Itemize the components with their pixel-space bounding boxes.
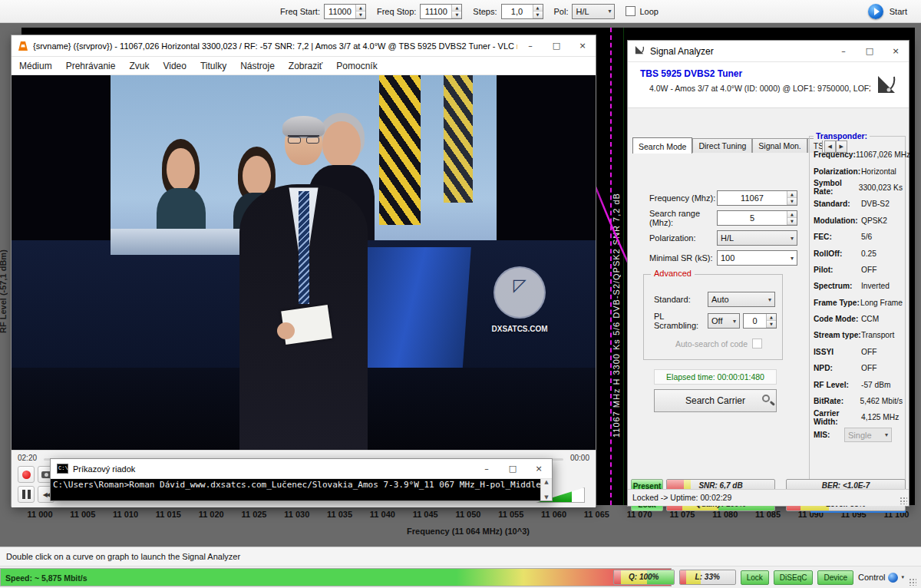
vlc-maximize-button[interactable]: □ <box>543 35 569 56</box>
steps-input[interactable]: 1,0 ▲▼ <box>501 4 543 19</box>
x-tick: 11 025 <box>236 510 272 519</box>
sa-pol-select[interactable]: H/L▾ <box>717 230 797 246</box>
x-tick: 11 015 <box>150 510 187 519</box>
tab-signal-mon[interactable]: Signal Mon. <box>752 138 807 153</box>
freq-stop-input[interactable]: 11100 ▲▼ <box>420 4 462 19</box>
transponder-row: FEC:5/6 <box>814 229 903 245</box>
vlc-pause-button[interactable] <box>18 486 35 503</box>
cmd-scrollbar[interactable]: ▲▼ <box>540 479 552 500</box>
vlc-icon <box>18 41 28 51</box>
presenter-glasses <box>288 135 319 144</box>
striped-panel <box>379 75 420 225</box>
transponder-title: Transponder: <box>814 131 870 140</box>
l-bar: L: 33% <box>679 570 736 585</box>
sa-pl-code-input[interactable]: 0 ▲▼ <box>743 313 777 329</box>
lock-button[interactable]: Lock <box>741 570 769 585</box>
satellite-dish-icon <box>634 45 645 58</box>
cmd-window: C:\ Príkazový riadok – □ × C:\Users\Roma… <box>50 458 553 501</box>
sa-frequency-input[interactable]: 11067 ▲▼ <box>717 190 797 206</box>
vlc-title: {srvname} ({srvprov}) - 11067,026 Horizo… <box>33 41 517 51</box>
start-button[interactable]: Start <box>890 7 907 16</box>
freq-stop-spinner[interactable]: ▲▼ <box>451 5 461 18</box>
tab-direct-tuning[interactable]: Direct Tuning <box>692 138 752 153</box>
x-tick: 11 005 <box>64 510 101 519</box>
sa-maximize-button[interactable]: □ <box>857 41 883 61</box>
vlc-menu-item-2[interactable]: Zvuk <box>129 61 149 71</box>
transponder-row: Modulation:QPSK2 <box>814 213 903 229</box>
steps-spinner[interactable]: ▲▼ <box>533 5 543 18</box>
vlc-menu-item-1[interactable]: Prehrávanie <box>66 61 116 71</box>
vlc-menu-item-0[interactable]: Médium <box>19 61 52 71</box>
x-axis-ticks: 11 00011 00511 01011 01511 02011 02511 0… <box>21 510 915 519</box>
vlc-menu-item-7[interactable]: Pomocník <box>336 61 377 71</box>
loop-checkbox[interactable] <box>626 6 635 16</box>
vlc-menubar: MédiumPrehrávanieZvukVideoTitulkyNástroj… <box>12 57 596 75</box>
x-axis-label: Frequency (11 064 MHz) (10^3) <box>21 527 915 536</box>
cmd-maximize-button[interactable]: □ <box>500 459 526 478</box>
vlc-menu-item-6[interactable]: Zobraziť <box>289 61 323 71</box>
cmd-icon: C:\ <box>57 464 68 474</box>
magnifier-icon <box>762 395 770 402</box>
cmd-titlebar[interactable]: C:\ Príkazový riadok – □ × <box>51 459 552 479</box>
app-resize-grip[interactable] <box>909 578 916 586</box>
mis-select[interactable]: Single▾ <box>844 428 892 442</box>
pol-select[interactable]: H/L▾ <box>572 4 615 19</box>
x-tick: 11 020 <box>193 510 229 519</box>
autosearch-label: Auto-search of code <box>675 339 748 349</box>
cmd-prompt-line[interactable]: C:\Users\Roman>Roman Dávid_www.dxsatcs.c… <box>51 479 540 500</box>
vlc-minimize-button[interactable]: – <box>517 35 543 56</box>
signal-analyzer-window: Signal Analyzer – □ × TBS 5925 DVBS2 Tun… <box>627 40 909 507</box>
sa-range-input[interactable]: 5 ▲▼ <box>717 210 797 226</box>
elapsed-time: Elapsed time: 00:00:01:480 <box>654 369 777 385</box>
sa-pl-select[interactable]: Off▾ <box>708 313 740 329</box>
vlc-menu-item-3[interactable]: Video <box>163 61 186 71</box>
tuner-dish-logo <box>873 71 900 101</box>
cmd-title: Príkazový riadok <box>73 464 474 474</box>
cmd-minimize-button[interactable]: – <box>474 459 500 478</box>
diseqc-button[interactable]: DiSEqC <box>774 570 814 585</box>
help-statusline: Double click on a curve on graph to laun… <box>0 547 921 567</box>
resize-grip[interactable] <box>900 497 907 504</box>
start-icon[interactable] <box>868 4 883 19</box>
x-tick: 11 045 <box>407 510 444 519</box>
sa-minsr-select[interactable]: 100▾ <box>717 250 797 266</box>
vlc-video-area[interactable]: ◸ DXSATCS.COM <box>12 75 596 450</box>
transponder-row: Pilot:OFF <box>814 262 903 278</box>
sa-titlebar[interactable]: Signal Analyzer – □ × <box>628 41 909 62</box>
autosearch-checkbox[interactable] <box>752 339 762 349</box>
bottom-statusbar: Speed: ~ 5,875 Mbit/s Q: 100% L: 33% Loc… <box>0 567 921 588</box>
vlc-time-elapsed: 02:20 <box>18 454 37 462</box>
vlc-menu-item-5[interactable]: Nástroje <box>240 61 275 71</box>
sa-minimize-button[interactable]: – <box>830 41 857 61</box>
sa-range-label: Search range (Mhz): <box>649 209 717 227</box>
device-button[interactable]: Device <box>817 570 853 585</box>
freq-start-input[interactable]: 11000 ▲▼ <box>324 4 366 19</box>
vlc-window: {srvname} ({srvprov}) - 11067,026 Horizo… <box>11 35 596 507</box>
sa-standard-select[interactable]: Auto▾ <box>708 292 775 307</box>
search-carrier-button[interactable]: Search Carrier <box>654 389 777 412</box>
cmd-close-button[interactable]: × <box>526 459 552 478</box>
sa-pl-label: PL Scrambling: <box>654 312 708 330</box>
dxsatcs-watermark: ◸ DXSATCS.COM <box>479 266 561 349</box>
watermark-dish-icon: ◸ <box>510 276 530 296</box>
transponder-row: Frequency:11067,026 MHz <box>814 147 903 163</box>
transponder-row: ISSYIOFF <box>814 344 903 360</box>
transponder-row: RollOff:0.25 <box>814 245 903 261</box>
vlc-titlebar[interactable]: {srvname} ({srvprov}) - 11067,026 Horizo… <box>12 35 596 57</box>
control-icon <box>888 573 898 583</box>
transponder-row: Standard:DVB-S2 <box>814 196 903 212</box>
transponder-row: Carrier Width:4,125 MHz <box>814 409 903 425</box>
vlc-menu-item-4[interactable]: Titulky <box>200 61 226 71</box>
loop-label: Loop <box>639 7 658 16</box>
steps-label: Steps: <box>473 7 497 16</box>
control-menu[interactable]: Control ▾ <box>858 573 904 583</box>
sa-close-button[interactable]: × <box>883 41 909 61</box>
record-icon <box>22 471 31 479</box>
tab-search-mode[interactable]: Search Mode <box>632 137 692 154</box>
x-tick: 11 065 <box>578 510 615 519</box>
transponder-row: Polarization:Horizontal <box>814 163 903 179</box>
vlc-record-button[interactable] <box>18 466 35 483</box>
freq-start-spinner[interactable]: ▲▼ <box>355 5 365 18</box>
vlc-close-button[interactable]: × <box>569 35 596 56</box>
x-tick: 11 000 <box>21 510 58 519</box>
